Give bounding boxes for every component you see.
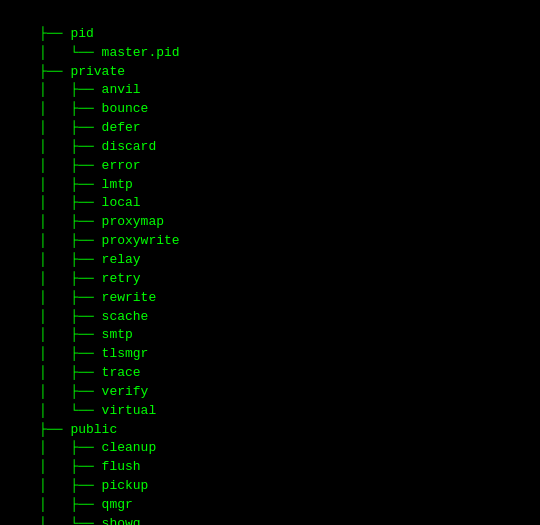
terminal-line: │ ├── verify: [8, 383, 532, 402]
terminal-line: │ ├── lmtp: [8, 176, 532, 195]
terminal-line: │ ├── proxywrite: [8, 232, 532, 251]
terminal-line: │ ├── trace: [8, 364, 532, 383]
terminal-line: │ ├── retry: [8, 270, 532, 289]
terminal-line: │ ├── cleanup: [8, 439, 532, 458]
terminal-line: │ └── showq: [8, 515, 532, 525]
terminal-line: ├── private: [8, 63, 532, 82]
terminal-line: │ └── virtual: [8, 402, 532, 421]
terminal-line: ├── pid: [8, 25, 532, 44]
terminal-line: │ └── master.pid: [8, 44, 532, 63]
terminal-line: │ ├── relay: [8, 251, 532, 270]
terminal-line: │ ├── error: [8, 157, 532, 176]
terminal-line: │ ├── defer: [8, 119, 532, 138]
terminal-output: ├── pid │ └── master.pid ├── private │ ├…: [8, 6, 532, 525]
terminal-line: │ ├── proxymap: [8, 213, 532, 232]
terminal-line: │ ├── bounce: [8, 100, 532, 119]
terminal-line: │ ├── anvil: [8, 81, 532, 100]
terminal-line: │ ├── pickup: [8, 477, 532, 496]
terminal-line: ├── public: [8, 421, 532, 440]
terminal-line: │ ├── qmgr: [8, 496, 532, 515]
terminal-line: │ ├── smtp: [8, 326, 532, 345]
terminal-line: │ ├── flush: [8, 458, 532, 477]
terminal-line: │ ├── tlsmgr: [8, 345, 532, 364]
terminal-line: │ ├── local: [8, 194, 532, 213]
terminal-line: │ ├── scache: [8, 308, 532, 327]
terminal-line: │ ├── rewrite: [8, 289, 532, 308]
terminal-line: │ ├── discard: [8, 138, 532, 157]
